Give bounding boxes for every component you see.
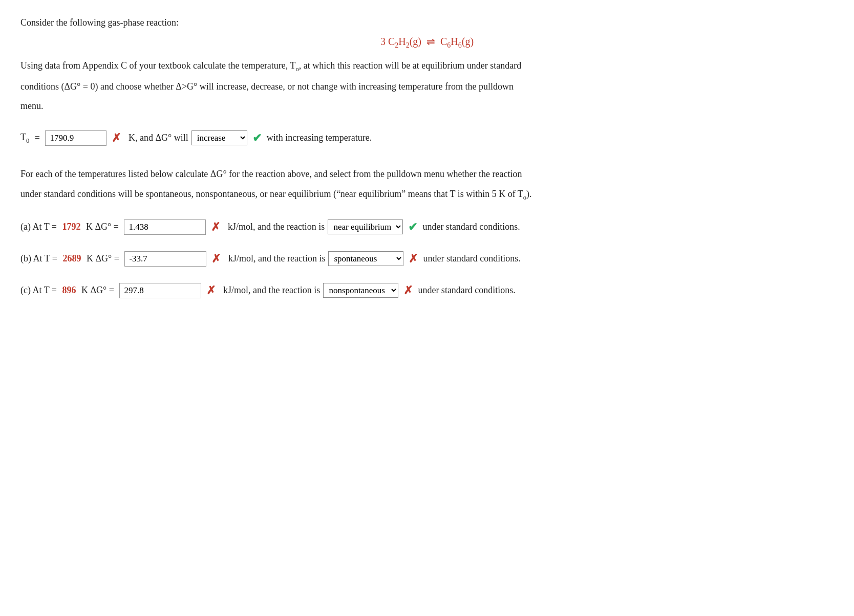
part1-row: T0 = 1790.9 ✗ K, and ΔG° will increase d… (20, 130, 834, 146)
t0-x-icon: ✗ (112, 131, 121, 145)
part-a-suffix: under standard conditions. (422, 222, 520, 232)
part-c-input[interactable]: 297.8 (119, 283, 201, 298)
intro-line3: conditions (ΔG° = 0) and choose whether … (20, 79, 834, 95)
for-each-line2: under standard conditions will be sponta… (20, 186, 834, 203)
part-a-temp: 1792 (62, 222, 80, 232)
part-a-select[interactable]: near equilibrium spontaneous nonspontane… (328, 219, 403, 234)
t0-unit: K, and ΔG° will (126, 133, 188, 143)
part-c-unit2: kJ/mol, and the reaction is (221, 285, 320, 296)
part-b-row: (b) At T = 2689 K ΔG° = -33.7 ✗ kJ/mol, … (20, 251, 834, 267)
part-b-x2-icon: ✗ (409, 252, 418, 266)
part-b-unit2: kJ/mol, and the reaction is (226, 253, 325, 264)
part-a-input[interactable]: 1.438 (124, 219, 206, 235)
t0-label: T0 (20, 132, 29, 145)
part-a-unit2: kJ/mol, and the reaction is (225, 222, 325, 232)
part-c-select[interactable]: nonspontaneous spontaneous near equilibr… (323, 283, 398, 298)
part-c-row: (c) At T = 896 K ΔG° = 297.8 ✗ kJ/mol, a… (20, 283, 834, 298)
intro-line4: menu. (20, 98, 834, 114)
part-b-x-icon: ✗ (211, 252, 221, 266)
part-b-label: (b) At T = (20, 253, 60, 264)
delta-g-direction-select[interactable]: increase decrease not change (191, 130, 247, 145)
part-b-select[interactable]: spontaneous nonspontaneous near equilibr… (328, 251, 403, 266)
part-b-unit1: K ΔG° = (84, 253, 122, 264)
part-c-x2-icon: ✗ (403, 284, 413, 297)
part-a-x-icon: ✗ (211, 221, 220, 234)
part-c-suffix: under standard conditions. (418, 285, 515, 296)
intro-line2: Using data from Appendix C of your textb… (20, 58, 834, 75)
t0-suffix: with increasing temperature. (267, 133, 372, 143)
part-c-temp: 896 (62, 285, 76, 296)
reaction-equation: 3 C2H2(g) ⇌ C6H6(g) (20, 35, 834, 50)
part-c-unit1: K ΔG° = (79, 285, 116, 296)
part-c-x-icon: ✗ (206, 284, 216, 297)
intro-line1: Consider the following gas-phase reactio… (20, 15, 834, 30)
part-b-input[interactable]: -33.7 (124, 251, 206, 267)
part-b-temp: 2689 (63, 253, 81, 264)
part-a-label: (a) At T = (20, 222, 59, 232)
part-a-check-icon: ✔ (408, 221, 417, 234)
part-c-label: (c) At T = (20, 285, 59, 296)
part-b-suffix: under standard conditions. (423, 253, 520, 264)
part-a-unit1: K ΔG° = (83, 222, 121, 232)
part-a-row: (a) At T = 1792 K ΔG° = 1.438 ✗ kJ/mol, … (20, 219, 834, 235)
for-each-line1: For each of the temperatures listed belo… (20, 166, 834, 182)
direction-check-icon: ✔ (252, 131, 262, 145)
t0-input[interactable]: 1790.9 (45, 130, 106, 146)
